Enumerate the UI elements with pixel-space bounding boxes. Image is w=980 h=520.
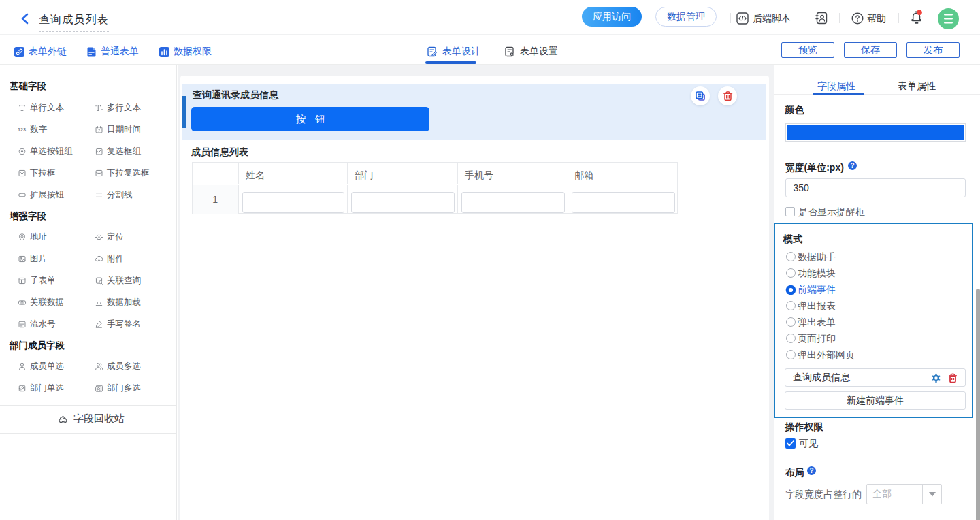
svg-text:123: 123 bbox=[18, 127, 26, 133]
